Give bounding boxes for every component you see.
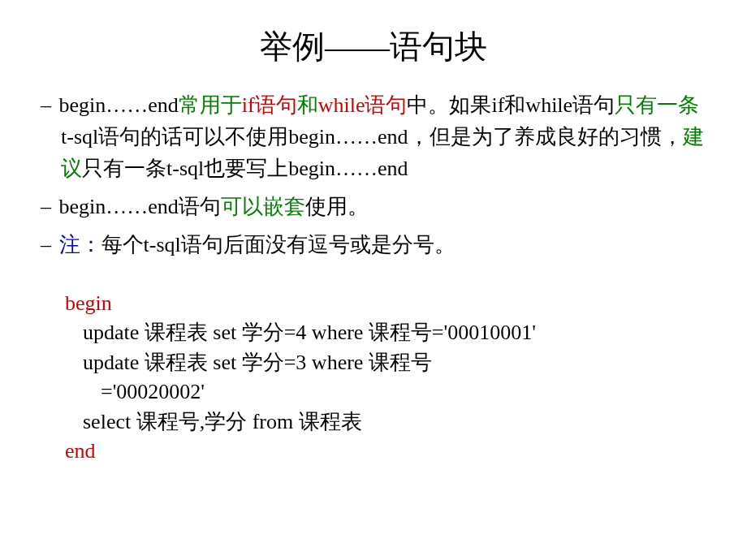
text-segment-red: while语句 bbox=[318, 93, 408, 117]
text-segment-green: 和 bbox=[297, 93, 318, 117]
text-segment-green: 只有一条 bbox=[615, 93, 699, 117]
text-segment-green: 常用于 bbox=[179, 93, 242, 117]
code-begin-keyword: begin bbox=[65, 289, 706, 318]
bullet-3: 注：每个t-sql语句后面没有逗号或是分号。 bbox=[41, 229, 706, 261]
text-segment: 每个t-sql语句后面没有逗号或是分号。 bbox=[101, 233, 456, 256]
bullet-1: begin……end常用于if语句和while语句中。如果if和while语句只… bbox=[41, 89, 706, 184]
code-line: select 课程号,学分 from 课程表 bbox=[65, 407, 706, 437]
text-segment: 只有一条t-sql也要写上begin……end bbox=[82, 157, 408, 180]
text-segment-green: 可以嵌套 bbox=[221, 195, 305, 218]
slide-title: 举例——语句块 bbox=[41, 24, 706, 69]
text-segment-blue: 注： bbox=[59, 233, 101, 256]
code-line: ='00020002' bbox=[65, 377, 706, 407]
text-segment: begin……end语句 bbox=[59, 195, 221, 218]
bullet-2: begin……end语句可以嵌套使用。 bbox=[41, 191, 706, 222]
code-block: begin update 课程表 set 学分=4 where 课程号='000… bbox=[41, 289, 706, 466]
text-segment: 使用。 bbox=[305, 195, 369, 218]
code-line: update 课程表 set 学分=4 where 课程号='00010001' bbox=[65, 318, 706, 347]
text-segment: t-sql语句的话可以不使用begin……end，但是为了养成良好的习惯， bbox=[61, 125, 683, 149]
text-segment: 中。如果if和while语句 bbox=[407, 93, 615, 117]
text-segment: begin……end bbox=[59, 93, 179, 117]
code-line: update 课程表 set 学分=3 where 课程号 bbox=[65, 348, 706, 377]
text-segment-red: if语句 bbox=[242, 93, 297, 117]
code-end-keyword: end bbox=[65, 437, 706, 466]
